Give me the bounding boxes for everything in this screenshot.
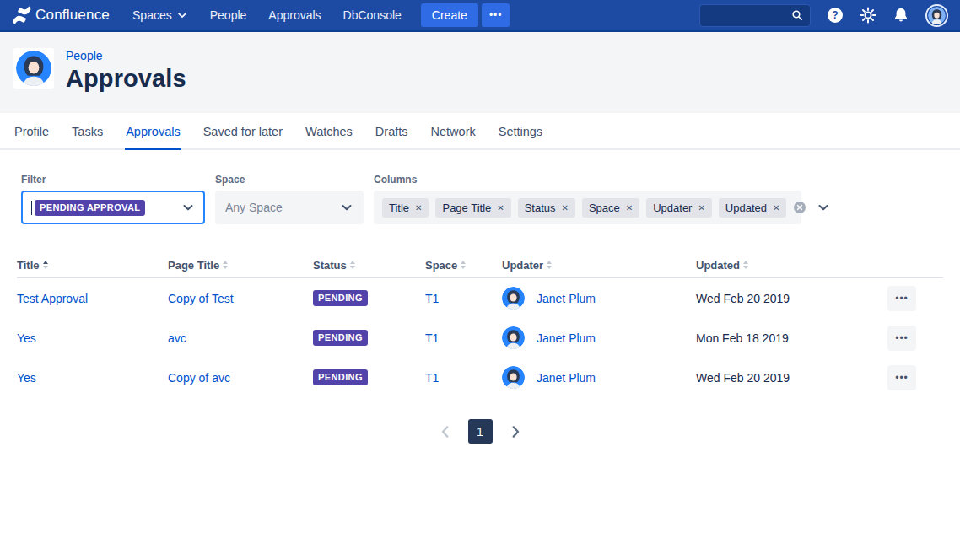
text-caret <box>31 201 32 215</box>
column-chip-label: Space <box>589 202 620 214</box>
page-title-link[interactable]: Copy of avc <box>168 371 313 385</box>
updated-date: Wed Feb 20 2019 <box>696 371 877 385</box>
column-chip[interactable]: Updated ✕ <box>719 198 787 218</box>
create-button[interactable]: Create <box>421 3 478 27</box>
column-chip-label: Updated <box>725 202 767 214</box>
table-row: Test Approval Copy of Test PENDING T1 Ja… <box>17 278 943 318</box>
logo-wordmark: Confluence <box>35 7 110 24</box>
space-label: Space <box>215 174 364 186</box>
updater-avatar-icon <box>502 287 525 310</box>
current-page-button[interactable]: 1 <box>468 419 493 444</box>
updater-avatar-icon <box>502 326 525 349</box>
user-avatar[interactable] <box>925 4 948 27</box>
column-header[interactable]: Updated <box>696 259 877 272</box>
settings-gear-icon[interactable] <box>860 7 876 24</box>
page-header-text: People Approvals <box>66 48 186 93</box>
table-header-row: Title Page Title Status <box>17 253 943 278</box>
search-box[interactable] <box>699 4 811 27</box>
breadcrumb-people-link[interactable]: People <box>66 49 103 62</box>
column-chip[interactable]: Updater ✕ <box>646 198 712 218</box>
tab-item[interactable]: Network <box>430 114 477 150</box>
column-header[interactable]: Title <box>17 259 168 272</box>
table-row: Yes Copy of avc PENDING T1 Janet Plum <box>17 358 943 397</box>
tab-item[interactable]: Tasks <box>71 114 104 150</box>
table-body: Test Approval Copy of Test PENDING T1 Ja… <box>17 278 943 397</box>
remove-chip-icon[interactable]: ✕ <box>626 203 633 213</box>
column-chip[interactable]: Title ✕ <box>382 198 429 218</box>
next-page-icon[interactable] <box>508 424 523 439</box>
updater-name-link[interactable]: Janet Plum <box>537 292 596 305</box>
space-field: Space Any Space <box>215 174 364 224</box>
tab-item[interactable]: Profile <box>13 114 50 150</box>
remove-chip-icon[interactable]: ✕ <box>497 203 504 213</box>
chevron-down-icon <box>181 201 195 214</box>
space-select[interactable]: Any Space <box>215 191 364 224</box>
column-chip-label: Updater <box>653 202 692 214</box>
columns-select-controls <box>793 201 830 214</box>
space-link[interactable]: T1 <box>425 292 502 305</box>
nav-dbconsole[interactable]: DbConsole <box>332 3 413 27</box>
profile-avatar-icon <box>16 51 51 86</box>
nav-people[interactable]: People <box>199 3 258 27</box>
columns-multiselect[interactable]: Title ✕ Page Title ✕ Status ✕ <box>374 191 801 224</box>
nav-spaces[interactable]: Spaces <box>121 3 199 27</box>
column-chip[interactable]: Status ✕ <box>518 198 575 218</box>
help-icon[interactable]: ? <box>827 7 844 24</box>
remove-chip-icon[interactable]: ✕ <box>562 203 569 213</box>
column-header[interactable]: Updater <box>502 259 696 272</box>
column-chip[interactable]: Space ✕ <box>582 198 639 218</box>
approval-title-link[interactable]: Test Approval <box>17 292 168 305</box>
columns-field: Columns Title ✕ Page Title ✕ <box>374 174 801 224</box>
tab-item[interactable]: Saved for later <box>202 114 283 150</box>
notifications-bell-icon[interactable] <box>893 7 909 24</box>
sort-arrows-icon <box>547 261 552 269</box>
tab-item[interactable]: Settings <box>498 114 543 150</box>
approvals-content: Filter PENDING APPROVAL Space Any Space … <box>0 174 960 444</box>
approval-title-link[interactable]: Yes <box>17 371 168 385</box>
column-header[interactable]: Status <box>313 259 425 272</box>
sort-arrows-icon <box>350 261 355 269</box>
clear-all-icon[interactable] <box>793 201 806 214</box>
column-header[interactable]: Page Title <box>168 259 313 272</box>
remove-chip-icon[interactable]: ✕ <box>698 203 704 213</box>
top-navbar: Confluence Spaces People Approvals DbCon… <box>0 0 960 32</box>
column-chip[interactable]: Page Title ✕ <box>435 198 510 218</box>
tab-item[interactable]: Approvals <box>125 114 181 150</box>
updater-cell: Janet Plum <box>502 366 696 389</box>
column-chip-label: Title <box>389 202 409 214</box>
column-header[interactable]: Space <box>425 259 502 272</box>
updater-name-link[interactable]: Janet Plum <box>537 371 596 385</box>
more-actions-button[interactable]: ••• <box>482 3 510 27</box>
row-actions-button[interactable]: ••• <box>887 326 916 351</box>
remove-chip-icon[interactable]: ✕ <box>773 203 779 213</box>
updated-date: Wed Feb 20 2019 <box>696 292 877 305</box>
approval-title-link[interactable]: Yes <box>17 331 168 345</box>
status-badge: PENDING <box>313 330 368 346</box>
sort-arrows-icon <box>743 261 748 269</box>
filter-value-lozenge: PENDING APPROVAL <box>35 200 145 216</box>
previous-page-icon[interactable] <box>438 424 453 439</box>
space-placeholder: Any Space <box>225 201 283 214</box>
page-title-link[interactable]: Copy of Test <box>168 292 313 305</box>
search-input[interactable] <box>707 9 791 22</box>
space-link[interactable]: T1 <box>425 331 502 345</box>
confluence-logo[interactable]: Confluence <box>12 5 110 25</box>
page-header: People Approvals <box>0 32 960 113</box>
space-link[interactable]: T1 <box>425 371 502 385</box>
tab-item[interactable]: Drafts <box>375 114 409 150</box>
nav-approvals[interactable]: Approvals <box>257 3 332 27</box>
row-actions-button[interactable]: ••• <box>887 286 916 311</box>
filter-label: Filter <box>21 174 205 186</box>
profile-tabs: Profile Tasks Approvals Saved for later … <box>0 114 960 150</box>
page-title-link[interactable]: avc <box>168 331 313 345</box>
column-chip-label: Status <box>525 202 556 214</box>
tab-item[interactable]: Watches <box>305 114 353 150</box>
page-title: Approvals <box>66 65 186 93</box>
row-actions-button[interactable]: ••• <box>887 365 916 390</box>
svg-text:?: ? <box>832 9 838 21</box>
user-avatar-icon <box>928 7 946 24</box>
updater-name-link[interactable]: Janet Plum <box>537 331 596 345</box>
remove-chip-icon[interactable]: ✕ <box>415 203 422 213</box>
filter-select[interactable]: PENDING APPROVAL <box>21 191 205 224</box>
sort-arrows-icon <box>43 261 48 269</box>
